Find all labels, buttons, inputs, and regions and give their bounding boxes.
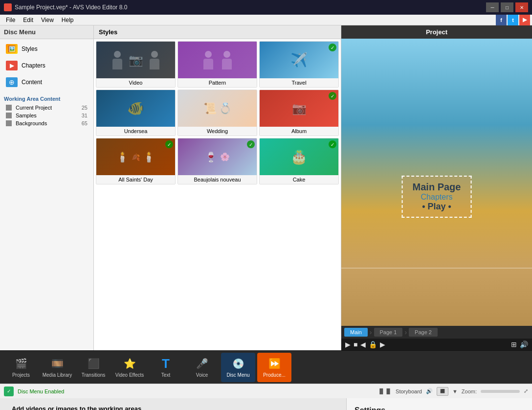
style-thumb-travel: ✓ ✈️	[260, 42, 338, 78]
audio-button[interactable]: 🔊	[520, 341, 528, 348]
toolbar: 🎬 Projects 🎞️ Media Library ⬛ Transition…	[0, 350, 532, 384]
menu-view[interactable]: View	[37, 16, 58, 24]
video-effects-icon: ⭐	[122, 357, 137, 370]
style-item-wedding[interactable]: 📜 💍 Wedding	[177, 90, 257, 136]
menu-file[interactable]: File	[2, 16, 19, 24]
chapters-icon: ▶	[6, 61, 18, 70]
projects-icon: 🎬	[13, 357, 29, 370]
close-button[interactable]: ✕	[515, 2, 528, 12]
style-item-video[interactable]: 📷 Video	[96, 41, 176, 88]
toolbar-media-library-label: Media Library	[43, 372, 72, 378]
style-thumb-beaujolais: ✓ 🍷 🌸	[178, 138, 257, 175]
thumb-overlay-album: ✓	[329, 92, 336, 100]
style-thumb-pattern	[178, 42, 257, 78]
toolbar-disc-menu[interactable]: 💿 Disc Menu	[221, 353, 255, 382]
toolbar-transitions[interactable]: ⬛ Transitions	[76, 353, 111, 382]
style-item-beaujolais[interactable]: ✓ 🍷 🌸 Beaujolais nouveau	[177, 138, 257, 184]
style-item-saints[interactable]: ✓ 🕯️ 🍂 🕯️ All Saints' Day	[96, 138, 176, 184]
zoom-slider[interactable]	[481, 390, 520, 393]
style-thumb-undersea: 🐠	[96, 90, 175, 127]
current-project-label: Current Project	[16, 105, 52, 111]
toolbar-media-library[interactable]: 🎞️ Media Library	[40, 353, 74, 382]
sidebar-item-content-label: Content	[22, 79, 42, 86]
storyboard-button[interactable]: Storyboard	[396, 388, 422, 394]
zoom-label: Zoom:	[462, 388, 477, 394]
preview-tabs: Main › Page 1 › Page 2	[341, 326, 532, 339]
content-icon: ⊕	[6, 77, 18, 87]
samples-label: Samples	[16, 113, 37, 118]
stop-button[interactable]: ■	[354, 341, 357, 348]
backgrounds-count: 65	[82, 120, 88, 126]
preview-canvas: Main Page Chapters • Play •	[341, 39, 532, 326]
toolbar-text[interactable]: T Text	[149, 353, 183, 382]
prev-button[interactable]: ◀	[360, 341, 366, 348]
sidebar-item-chapters[interactable]: ▶ Chapters	[2, 58, 91, 73]
style-item-undersea[interactable]: 🐠 Undersea	[96, 90, 176, 136]
sidebar-item-styles-label: Styles	[22, 46, 38, 52]
transitions-icon: ⬛	[86, 357, 101, 370]
thumb-overlay-saints: ✓	[165, 140, 173, 148]
toolbar-voice-label: Voice	[196, 372, 208, 378]
thumb-overlay-beaujolais: ✓	[247, 140, 255, 148]
expand-icon[interactable]: ⤢	[524, 388, 528, 394]
toolbar-voice[interactable]: 🎤 Voice	[185, 353, 219, 382]
sidebar-nav: 🖼️ Styles ▶ Chapters ⊕ Content	[0, 39, 93, 92]
style-item-cake[interactable]: ✓ 🎂 Cake	[259, 138, 339, 184]
styles-grid-container[interactable]: 📷 Video Pattern	[94, 39, 341, 350]
view-toggle-button[interactable]: ⬛	[437, 387, 448, 396]
menu-bar: File Edit View Help f t ▶	[0, 15, 532, 25]
facebook-icon[interactable]: f	[496, 15, 507, 25]
sidebar-list-samples[interactable]: Samples 31	[4, 112, 89, 119]
text-icon: T	[158, 357, 174, 370]
style-item-album[interactable]: ✓ 📷 Album	[259, 90, 339, 136]
sidebar-item-styles[interactable]: 🖼️ Styles	[2, 41, 91, 57]
toolbar-video-effects[interactable]: ⭐ Video Effects	[112, 353, 147, 382]
dropdown-icon[interactable]: ▼	[452, 388, 458, 394]
title-bar: Sample Project.vep* - AVS Video Editor 8…	[0, 0, 532, 15]
style-label-pattern: Pattern	[178, 78, 257, 87]
next-button[interactable]: ▶	[380, 341, 385, 348]
menu-edit[interactable]: Edit	[19, 16, 37, 24]
tab-page1[interactable]: Page 1	[374, 328, 403, 337]
menu-help[interactable]: Help	[58, 16, 78, 24]
social-icons: f t ▶	[496, 15, 530, 25]
toolbar-produce[interactable]: ⏩ Produce...	[257, 353, 291, 382]
sidebar-list-current-project[interactable]: Current Project 25	[4, 104, 89, 112]
preview-header: Project	[341, 25, 532, 39]
maximize-button[interactable]: □	[501, 2, 513, 12]
preview-background: Main Page Chapters • Play •	[341, 39, 532, 326]
working-area-content-title: Working Area Content	[4, 96, 89, 102]
sidebar-item-content[interactable]: ⊕ Content	[2, 74, 91, 90]
play-button[interactable]: ▶	[345, 341, 351, 348]
title-bar-left: Sample Project.vep* - AVS Video Editor 8…	[4, 3, 127, 11]
toolbar-projects-label: Projects	[12, 372, 30, 378]
thumb-overlay-travel: ✓	[329, 44, 336, 51]
tab-main[interactable]: Main	[344, 328, 368, 337]
style-label-album: Album	[260, 127, 338, 136]
sidebar-list-backgrounds[interactable]: Backgrounds 65	[4, 119, 89, 127]
twitter-icon[interactable]: t	[508, 15, 518, 25]
filmstrip-icon: ▐▌▐▌	[378, 388, 392, 394]
status-enabled-text: Disc Menu Enabled	[18, 388, 64, 394]
style-item-travel[interactable]: ✓ ✈️ Travel	[259, 41, 339, 88]
samples-count: 31	[82, 113, 88, 118]
fit-button[interactable]: ⊞	[511, 341, 517, 348]
lock-button[interactable]: 🔒	[369, 341, 377, 348]
toolbar-projects[interactable]: 🎬 Projects	[4, 353, 38, 382]
style-thumb-album: ✓ 📷	[260, 90, 338, 127]
tab-page2[interactable]: Page 2	[409, 328, 438, 337]
current-project-icon	[6, 105, 12, 111]
style-item-pattern[interactable]: Pattern	[177, 41, 257, 88]
toolbar-produce-label: Produce...	[263, 372, 286, 378]
style-label-travel: Travel	[260, 78, 338, 87]
preview-play-text: • Play •	[413, 202, 461, 212]
working-area-title: Add videos or images to the working area…	[6, 402, 340, 410]
style-label-wedding: Wedding	[178, 127, 257, 136]
toolbar-disc-menu-label: Disc Menu	[226, 372, 249, 378]
styles-panel-header: Styles	[94, 25, 341, 39]
youtube-icon[interactable]: ▶	[519, 15, 530, 25]
minimize-button[interactable]: ─	[486, 2, 499, 12]
disc-menu-icon: 💿	[230, 357, 246, 370]
style-thumb-video: 📷	[96, 42, 175, 78]
audio-wave-icon: 🔊	[426, 388, 433, 394]
